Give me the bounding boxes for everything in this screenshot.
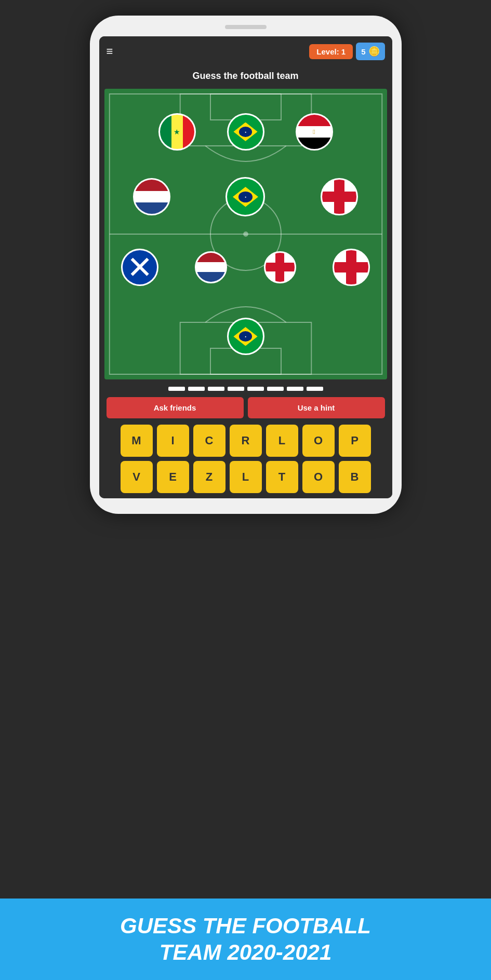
flag-egypt: 𓅃 <box>296 113 333 151</box>
answer-section: Ask friends Use a hint M I C R L O P V E… <box>99 379 392 498</box>
app-header: ≡ Level: 1 5 🪙 <box>99 36 392 66</box>
menu-icon[interactable]: ≡ <box>107 46 113 57</box>
flag-brazil-2: ● <box>225 177 265 216</box>
answer-slots <box>107 387 385 391</box>
coin-icon: 🪙 <box>368 46 380 57</box>
player-row-mid <box>111 249 381 286</box>
keyboard: M I C R L O P V E Z L T O B <box>107 425 385 493</box>
coins-count: 5 <box>361 47 365 56</box>
player-row-mid-top: ● <box>111 177 381 216</box>
banner-line2: TEAM 2020-2021 <box>10 940 481 965</box>
flag-england-3 <box>333 249 370 286</box>
key-M[interactable]: M <box>121 425 153 457</box>
flag-senegal: ★ <box>158 113 196 151</box>
header-right: Level: 1 5 🪙 <box>309 43 384 60</box>
svg-point-7 <box>243 232 248 237</box>
coins-badge: 5 🪙 <box>356 43 384 60</box>
key-B[interactable]: B <box>339 461 371 493</box>
keyboard-row-2: V E Z L T O B <box>107 461 385 493</box>
key-O2[interactable]: O <box>302 461 335 493</box>
action-buttons: Ask friends Use a hint <box>107 397 385 418</box>
player-row-bottom: ● <box>111 318 381 355</box>
key-V[interactable]: V <box>121 461 153 493</box>
flag-england-1 <box>321 178 358 215</box>
player-row-top: ★ ● 𓅃 <box>111 113 381 151</box>
football-field: ★ ● 𓅃 <box>104 89 387 379</box>
answer-slot-7 <box>287 387 303 391</box>
flag-brazil-3: ● <box>227 318 264 355</box>
key-I[interactable]: I <box>157 425 189 457</box>
answer-slot-8 <box>307 387 323 391</box>
answer-slot-3 <box>208 387 224 391</box>
key-C[interactable]: C <box>193 425 225 457</box>
key-E[interactable]: E <box>157 461 189 493</box>
level-badge: Level: 1 <box>309 44 353 59</box>
banner-line1: GUESS THE FOOTBALL <box>10 913 481 939</box>
phone-speaker <box>225 25 267 29</box>
keyboard-row-1: M I C R L O P <box>107 425 385 457</box>
flag-brazil-1: ● <box>227 113 264 151</box>
game-title: Guess the football team <box>99 66 392 89</box>
ask-friends-button[interactable]: Ask friends <box>107 397 244 418</box>
answer-slot-2 <box>188 387 205 391</box>
flag-england-2 <box>264 251 296 283</box>
flag-netherlands-1 <box>133 178 170 215</box>
phone-shell: ≡ Level: 1 5 🪙 Guess the football team <box>90 16 402 514</box>
answer-slot-4 <box>228 387 244 391</box>
answer-slot-5 <box>247 387 264 391</box>
flag-netherlands-2 <box>195 251 227 283</box>
key-L2[interactable]: L <box>230 461 262 493</box>
answer-slot-1 <box>168 387 185 391</box>
key-R[interactable]: R <box>230 425 262 457</box>
answer-slot-6 <box>267 387 284 391</box>
phone-screen: ≡ Level: 1 5 🪙 Guess the football team <box>99 36 392 498</box>
use-hint-button[interactable]: Use a hint <box>248 397 385 418</box>
key-T[interactable]: T <box>266 461 298 493</box>
flag-scotland <box>121 249 158 286</box>
key-Z[interactable]: Z <box>193 461 225 493</box>
bottom-banner: GUESS THE FOOTBALL TEAM 2020-2021 <box>0 899 491 980</box>
key-P[interactable]: P <box>339 425 371 457</box>
key-O[interactable]: O <box>302 425 335 457</box>
key-L[interactable]: L <box>266 425 298 457</box>
